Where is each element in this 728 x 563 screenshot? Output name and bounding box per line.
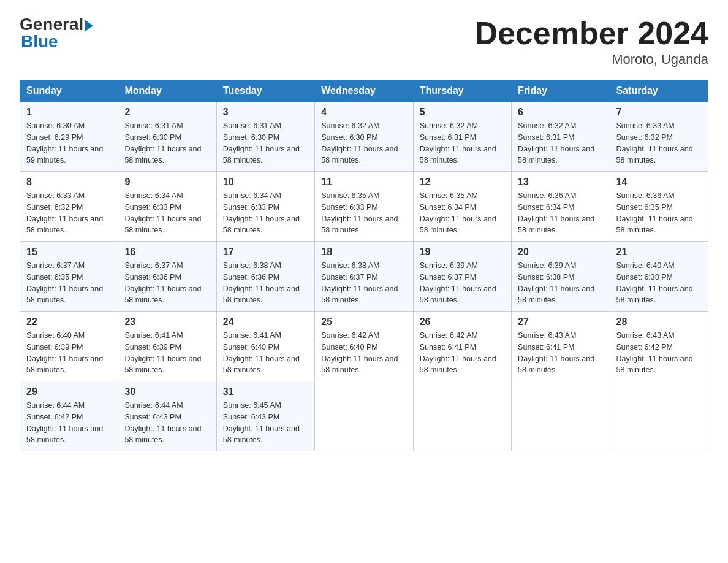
title-section: December 2024 Moroto, Uganda <box>474 15 708 67</box>
calendar-cell <box>315 381 413 451</box>
header-wednesday: Wednesday <box>315 80 413 102</box>
calendar-week-row: 15Sunrise: 6:37 AMSunset: 6:35 PMDayligh… <box>20 242 708 312</box>
calendar-cell: 2Sunrise: 6:31 AMSunset: 6:30 PMDaylight… <box>118 102 216 172</box>
day-info: Sunrise: 6:43 AMSunset: 6:42 PMDaylight:… <box>616 330 702 376</box>
day-info: Sunrise: 6:45 AMSunset: 6:43 PMDaylight:… <box>223 400 308 446</box>
day-info: Sunrise: 6:38 AMSunset: 6:37 PMDaylight:… <box>321 260 406 306</box>
day-number: 18 <box>321 247 406 258</box>
calendar-cell: 30Sunrise: 6:44 AMSunset: 6:43 PMDayligh… <box>118 381 216 451</box>
day-info: Sunrise: 6:42 AMSunset: 6:40 PMDaylight:… <box>321 330 406 376</box>
day-info: Sunrise: 6:39 AMSunset: 6:38 PMDaylight:… <box>518 260 603 306</box>
calendar-cell: 27Sunrise: 6:43 AMSunset: 6:41 PMDayligh… <box>512 312 610 381</box>
header-friday: Friday <box>512 80 610 102</box>
day-number: 7 <box>616 107 702 118</box>
calendar-cell: 8Sunrise: 6:33 AMSunset: 6:32 PMDaylight… <box>20 172 118 242</box>
calendar-header-row: SundayMondayTuesdayWednesdayThursdayFrid… <box>20 80 708 102</box>
day-number: 11 <box>321 177 406 188</box>
day-info: Sunrise: 6:34 AMSunset: 6:33 PMDaylight:… <box>223 190 308 236</box>
calendar-cell: 23Sunrise: 6:41 AMSunset: 6:39 PMDayligh… <box>118 312 216 381</box>
header-tuesday: Tuesday <box>216 80 314 102</box>
day-info: Sunrise: 6:39 AMSunset: 6:37 PMDaylight:… <box>420 260 505 306</box>
day-info: Sunrise: 6:41 AMSunset: 6:40 PMDaylight:… <box>223 330 308 376</box>
day-info: Sunrise: 6:37 AMSunset: 6:36 PMDaylight:… <box>124 260 210 306</box>
calendar-cell: 29Sunrise: 6:44 AMSunset: 6:42 PMDayligh… <box>20 381 118 451</box>
day-number: 28 <box>616 316 702 327</box>
day-number: 1 <box>26 107 112 118</box>
day-info: Sunrise: 6:32 AMSunset: 6:31 PMDaylight:… <box>420 120 505 166</box>
day-info: Sunrise: 6:41 AMSunset: 6:39 PMDaylight:… <box>124 330 210 376</box>
day-number: 6 <box>518 107 603 118</box>
day-number: 20 <box>518 247 603 258</box>
day-number: 19 <box>420 247 505 258</box>
calendar-cell: 12Sunrise: 6:35 AMSunset: 6:34 PMDayligh… <box>413 172 511 242</box>
day-info: Sunrise: 6:31 AMSunset: 6:30 PMDaylight:… <box>124 120 210 166</box>
day-info: Sunrise: 6:30 AMSunset: 6:29 PMDaylight:… <box>26 120 112 166</box>
calendar-week-row: 8Sunrise: 6:33 AMSunset: 6:32 PMDaylight… <box>20 172 708 242</box>
calendar-cell: 14Sunrise: 6:36 AMSunset: 6:35 PMDayligh… <box>610 172 708 242</box>
calendar-cell: 24Sunrise: 6:41 AMSunset: 6:40 PMDayligh… <box>216 312 314 381</box>
location-title: Moroto, Uganda <box>474 52 708 67</box>
day-number: 17 <box>223 247 308 258</box>
day-info: Sunrise: 6:32 AMSunset: 6:30 PMDaylight:… <box>321 120 406 166</box>
calendar-cell: 25Sunrise: 6:42 AMSunset: 6:40 PMDayligh… <box>315 312 413 381</box>
calendar-cell: 11Sunrise: 6:35 AMSunset: 6:33 PMDayligh… <box>315 172 413 242</box>
day-number: 14 <box>616 177 702 188</box>
calendar-cell: 20Sunrise: 6:39 AMSunset: 6:38 PMDayligh… <box>512 242 610 312</box>
day-info: Sunrise: 6:40 AMSunset: 6:38 PMDaylight:… <box>616 260 702 306</box>
day-info: Sunrise: 6:36 AMSunset: 6:34 PMDaylight:… <box>518 190 603 236</box>
page-header: General Blue December 2024 Moroto, Ugand… <box>20 15 708 67</box>
day-number: 22 <box>26 316 112 327</box>
calendar-cell <box>413 381 511 451</box>
day-info: Sunrise: 6:35 AMSunset: 6:34 PMDaylight:… <box>420 190 505 236</box>
day-info: Sunrise: 6:40 AMSunset: 6:39 PMDaylight:… <box>26 330 112 376</box>
day-info: Sunrise: 6:32 AMSunset: 6:31 PMDaylight:… <box>518 120 603 166</box>
calendar-cell <box>610 381 708 451</box>
day-number: 29 <box>26 386 112 397</box>
day-info: Sunrise: 6:37 AMSunset: 6:35 PMDaylight:… <box>26 260 112 306</box>
day-number: 16 <box>124 247 210 258</box>
header-sunday: Sunday <box>20 80 118 102</box>
day-info: Sunrise: 6:43 AMSunset: 6:41 PMDaylight:… <box>518 330 603 376</box>
day-info: Sunrise: 6:44 AMSunset: 6:42 PMDaylight:… <box>26 400 112 446</box>
day-number: 26 <box>420 316 505 327</box>
calendar-cell: 15Sunrise: 6:37 AMSunset: 6:35 PMDayligh… <box>20 242 118 312</box>
month-title: December 2024 <box>474 15 708 52</box>
calendar-cell: 17Sunrise: 6:38 AMSunset: 6:36 PMDayligh… <box>216 242 314 312</box>
calendar-cell: 10Sunrise: 6:34 AMSunset: 6:33 PMDayligh… <box>216 172 314 242</box>
calendar-cell: 5Sunrise: 6:32 AMSunset: 6:31 PMDaylight… <box>413 102 511 172</box>
day-number: 25 <box>321 316 406 327</box>
calendar-week-row: 29Sunrise: 6:44 AMSunset: 6:42 PMDayligh… <box>20 381 708 451</box>
calendar-table: SundayMondayTuesdayWednesdayThursdayFrid… <box>20 80 708 451</box>
day-info: Sunrise: 6:38 AMSunset: 6:36 PMDaylight:… <box>223 260 308 306</box>
logo-blue-text: Blue <box>21 32 58 52</box>
day-number: 3 <box>223 107 308 118</box>
day-number: 30 <box>124 386 210 397</box>
day-info: Sunrise: 6:34 AMSunset: 6:33 PMDaylight:… <box>124 190 210 236</box>
calendar-cell: 28Sunrise: 6:43 AMSunset: 6:42 PMDayligh… <box>610 312 708 381</box>
calendar-week-row: 22Sunrise: 6:40 AMSunset: 6:39 PMDayligh… <box>20 312 708 381</box>
header-monday: Monday <box>118 80 216 102</box>
day-number: 15 <box>26 247 112 258</box>
day-number: 5 <box>420 107 505 118</box>
logo-arrow-icon <box>85 20 93 32</box>
calendar-week-row: 1Sunrise: 6:30 AMSunset: 6:29 PMDaylight… <box>20 102 708 172</box>
calendar-cell: 18Sunrise: 6:38 AMSunset: 6:37 PMDayligh… <box>315 242 413 312</box>
day-number: 2 <box>124 107 210 118</box>
day-info: Sunrise: 6:33 AMSunset: 6:32 PMDaylight:… <box>616 120 702 166</box>
day-number: 4 <box>321 107 406 118</box>
calendar-cell: 6Sunrise: 6:32 AMSunset: 6:31 PMDaylight… <box>512 102 610 172</box>
calendar-cell: 3Sunrise: 6:31 AMSunset: 6:30 PMDaylight… <box>216 102 314 172</box>
day-number: 23 <box>124 316 210 327</box>
logo: General Blue <box>20 15 93 52</box>
calendar-cell: 26Sunrise: 6:42 AMSunset: 6:41 PMDayligh… <box>413 312 511 381</box>
calendar-cell <box>512 381 610 451</box>
calendar-cell: 19Sunrise: 6:39 AMSunset: 6:37 PMDayligh… <box>413 242 511 312</box>
day-number: 24 <box>223 316 308 327</box>
day-info: Sunrise: 6:44 AMSunset: 6:43 PMDaylight:… <box>124 400 210 446</box>
calendar-cell: 16Sunrise: 6:37 AMSunset: 6:36 PMDayligh… <box>118 242 216 312</box>
calendar-cell: 9Sunrise: 6:34 AMSunset: 6:33 PMDaylight… <box>118 172 216 242</box>
day-number: 21 <box>616 247 702 258</box>
day-number: 10 <box>223 177 308 188</box>
day-info: Sunrise: 6:31 AMSunset: 6:30 PMDaylight:… <box>223 120 308 166</box>
header-saturday: Saturday <box>610 80 708 102</box>
